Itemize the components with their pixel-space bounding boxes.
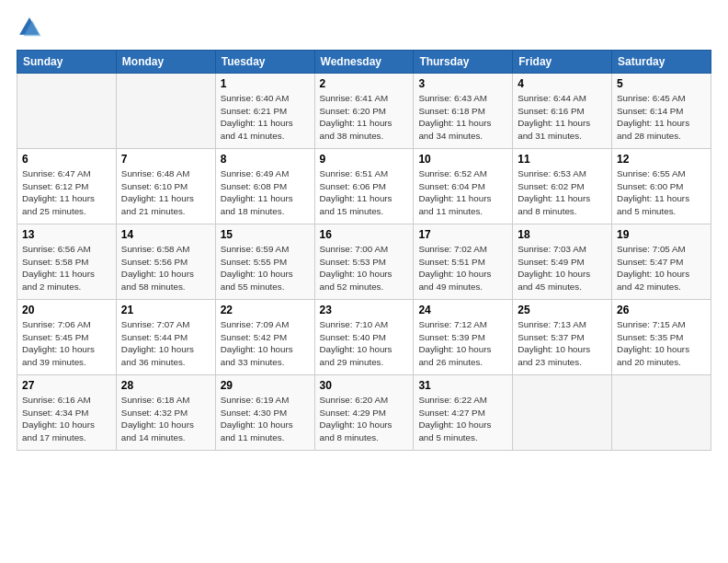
calendar-cell: 12Sunrise: 6:55 AM Sunset: 6:00 PM Dayli… [612, 149, 711, 224]
header [17, 15, 711, 40]
calendar-cell: 14Sunrise: 6:58 AM Sunset: 5:56 PM Dayli… [116, 224, 215, 300]
weekday-header-friday: Friday [513, 51, 612, 74]
calendar-cell [612, 375, 711, 451]
day-info: Sunrise: 6:20 AM Sunset: 4:29 PM Dayligh… [320, 394, 409, 444]
day-info: Sunrise: 6:59 AM Sunset: 5:55 PM Dayligh… [221, 243, 310, 293]
day-info: Sunrise: 7:13 AM Sunset: 5:37 PM Dayligh… [518, 318, 607, 369]
day-info: Sunrise: 7:05 AM Sunset: 5:47 PM Dayligh… [617, 243, 706, 293]
day-number: 25 [518, 304, 607, 316]
logo [17, 15, 46, 40]
day-info: Sunrise: 6:47 AM Sunset: 6:12 PM Dayligh… [22, 167, 111, 218]
weekday-header-saturday: Saturday [612, 51, 711, 74]
day-number: 1 [221, 77, 310, 90]
day-number: 15 [221, 228, 310, 241]
day-number: 18 [518, 228, 607, 241]
calendar-cell: 17Sunrise: 7:02 AM Sunset: 5:51 PM Dayli… [414, 224, 513, 300]
day-number: 27 [22, 379, 111, 392]
day-number: 23 [320, 304, 409, 316]
calendar-cell: 30Sunrise: 6:20 AM Sunset: 4:29 PM Dayli… [314, 375, 414, 451]
day-info: Sunrise: 6:16 AM Sunset: 4:34 PM Dayligh… [22, 394, 111, 444]
weekday-header-monday: Monday [116, 51, 215, 74]
day-info: Sunrise: 6:22 AM Sunset: 4:27 PM Dayligh… [418, 394, 507, 444]
weekday-row: SundayMondayTuesdayWednesdayThursdayFrid… [17, 51, 711, 74]
calendar-cell: 4Sunrise: 6:44 AM Sunset: 6:16 PM Daylig… [513, 74, 612, 149]
day-number: 21 [121, 304, 210, 316]
day-info: Sunrise: 6:56 AM Sunset: 5:58 PM Dayligh… [22, 243, 111, 293]
calendar-cell: 27Sunrise: 6:16 AM Sunset: 4:34 PM Dayli… [17, 375, 117, 451]
day-info: Sunrise: 6:55 AM Sunset: 6:00 PM Dayligh… [617, 167, 706, 218]
calendar-cell: 20Sunrise: 7:06 AM Sunset: 5:45 PM Dayli… [17, 300, 117, 375]
calendar-cell: 16Sunrise: 7:00 AM Sunset: 5:53 PM Dayli… [314, 224, 414, 300]
calendar-cell: 29Sunrise: 6:19 AM Sunset: 4:30 PM Dayli… [215, 375, 314, 451]
calendar-week-4: 20Sunrise: 7:06 AM Sunset: 5:45 PM Dayli… [17, 300, 711, 375]
day-number: 16 [320, 228, 409, 241]
day-info: Sunrise: 6:41 AM Sunset: 6:20 PM Dayligh… [320, 92, 409, 143]
weekday-header-tuesday: Tuesday [215, 51, 314, 74]
day-number: 8 [221, 153, 310, 166]
weekday-header-wednesday: Wednesday [314, 51, 414, 74]
calendar-header: SundayMondayTuesdayWednesdayThursdayFrid… [17, 51, 711, 74]
day-number: 19 [617, 228, 706, 241]
day-info: Sunrise: 7:06 AM Sunset: 5:45 PM Dayligh… [22, 318, 111, 369]
day-number: 20 [22, 304, 111, 316]
day-number: 31 [418, 379, 507, 392]
day-info: Sunrise: 6:52 AM Sunset: 6:04 PM Dayligh… [418, 167, 507, 218]
day-info: Sunrise: 7:00 AM Sunset: 5:53 PM Dayligh… [320, 243, 409, 293]
day-info: Sunrise: 6:40 AM Sunset: 6:21 PM Dayligh… [221, 92, 310, 143]
day-number: 26 [617, 304, 706, 316]
calendar-cell: 22Sunrise: 7:09 AM Sunset: 5:42 PM Dayli… [215, 300, 314, 375]
calendar-body: 1Sunrise: 6:40 AM Sunset: 6:21 PM Daylig… [17, 74, 711, 451]
day-number: 13 [22, 228, 111, 241]
calendar-cell: 8Sunrise: 6:49 AM Sunset: 6:08 PM Daylig… [215, 149, 314, 224]
day-number: 28 [121, 379, 210, 392]
day-number: 29 [221, 379, 310, 392]
calendar-cell: 31Sunrise: 6:22 AM Sunset: 4:27 PM Dayli… [414, 375, 513, 451]
day-number: 14 [121, 228, 210, 241]
calendar-week-3: 13Sunrise: 6:56 AM Sunset: 5:58 PM Dayli… [17, 224, 711, 300]
calendar-cell: 23Sunrise: 7:10 AM Sunset: 5:40 PM Dayli… [314, 300, 414, 375]
calendar-cell: 25Sunrise: 7:13 AM Sunset: 5:37 PM Dayli… [513, 300, 612, 375]
day-info: Sunrise: 7:03 AM Sunset: 5:49 PM Dayligh… [518, 243, 607, 293]
day-number: 30 [320, 379, 409, 392]
calendar-cell: 13Sunrise: 6:56 AM Sunset: 5:58 PM Dayli… [17, 224, 117, 300]
calendar-cell [116, 74, 215, 149]
calendar-cell: 28Sunrise: 6:18 AM Sunset: 4:32 PM Dayli… [116, 375, 215, 451]
day-info: Sunrise: 6:48 AM Sunset: 6:10 PM Dayligh… [121, 167, 210, 218]
calendar-cell: 15Sunrise: 6:59 AM Sunset: 5:55 PM Dayli… [215, 224, 314, 300]
day-info: Sunrise: 7:15 AM Sunset: 5:35 PM Dayligh… [617, 318, 706, 369]
calendar-cell: 9Sunrise: 6:51 AM Sunset: 6:06 PM Daylig… [314, 149, 414, 224]
day-info: Sunrise: 6:45 AM Sunset: 6:14 PM Dayligh… [617, 92, 706, 143]
calendar-cell: 24Sunrise: 7:12 AM Sunset: 5:39 PM Dayli… [414, 300, 513, 375]
day-number: 17 [418, 228, 507, 241]
calendar-cell: 11Sunrise: 6:53 AM Sunset: 6:02 PM Dayli… [513, 149, 612, 224]
calendar-week-1: 1Sunrise: 6:40 AM Sunset: 6:21 PM Daylig… [17, 74, 711, 149]
day-info: Sunrise: 6:58 AM Sunset: 5:56 PM Dayligh… [121, 243, 210, 293]
calendar-cell: 10Sunrise: 6:52 AM Sunset: 6:04 PM Dayli… [414, 149, 513, 224]
calendar-cell: 5Sunrise: 6:45 AM Sunset: 6:14 PM Daylig… [612, 74, 711, 149]
day-number: 3 [418, 77, 507, 90]
day-info: Sunrise: 6:44 AM Sunset: 6:16 PM Dayligh… [518, 92, 607, 143]
calendar-cell: 18Sunrise: 7:03 AM Sunset: 5:49 PM Dayli… [513, 224, 612, 300]
day-info: Sunrise: 6:51 AM Sunset: 6:06 PM Dayligh… [320, 167, 409, 218]
calendar-cell: 26Sunrise: 7:15 AM Sunset: 5:35 PM Dayli… [612, 300, 711, 375]
page: SundayMondayTuesdayWednesdayThursdayFrid… [0, 0, 728, 563]
day-info: Sunrise: 6:19 AM Sunset: 4:30 PM Dayligh… [221, 394, 310, 444]
day-info: Sunrise: 6:49 AM Sunset: 6:08 PM Dayligh… [221, 167, 310, 218]
calendar-week-5: 27Sunrise: 6:16 AM Sunset: 4:34 PM Dayli… [17, 375, 711, 451]
day-number: 4 [518, 77, 607, 90]
calendar-cell: 2Sunrise: 6:41 AM Sunset: 6:20 PM Daylig… [314, 74, 414, 149]
calendar-cell [513, 375, 612, 451]
day-info: Sunrise: 6:43 AM Sunset: 6:18 PM Dayligh… [418, 92, 507, 143]
day-number: 2 [320, 77, 409, 90]
weekday-header-sunday: Sunday [17, 51, 117, 74]
logo-icon [17, 15, 42, 40]
day-number: 7 [121, 153, 210, 166]
calendar-week-2: 6Sunrise: 6:47 AM Sunset: 6:12 PM Daylig… [17, 149, 711, 224]
day-number: 12 [617, 153, 706, 166]
day-number: 9 [320, 153, 409, 166]
day-info: Sunrise: 6:18 AM Sunset: 4:32 PM Dayligh… [121, 394, 210, 444]
calendar-cell [17, 74, 117, 149]
day-number: 10 [418, 153, 507, 166]
day-number: 6 [22, 153, 111, 166]
weekday-header-thursday: Thursday [414, 51, 513, 74]
